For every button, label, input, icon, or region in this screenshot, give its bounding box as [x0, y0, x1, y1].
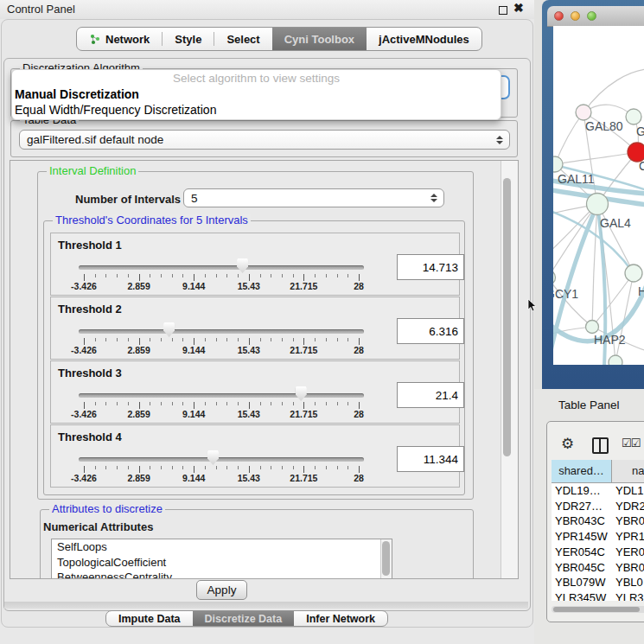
node-label-gal4: GAL4	[600, 216, 631, 230]
threshold-thumb-4[interactable]	[207, 450, 219, 465]
node-partial-top-right	[626, 109, 641, 124]
thresholds-group-title: Threshold's Coordinates for 5 Intervals	[53, 214, 251, 226]
control-panel-titlebar: Control Panel ✖	[0, 0, 534, 19]
threshold-3-panel: Threshold 3 -3.4262.8599.14415.4321.7152…	[50, 360, 460, 424]
tab-impute-data[interactable]: Impute Data	[106, 611, 193, 626]
attributes-group: Attributes to discretize Numerical Attri…	[40, 509, 474, 579]
mouse-cursor	[527, 299, 537, 312]
network-tab-icon	[89, 34, 100, 45]
table-panel-title: Table Panel	[558, 399, 620, 411]
checkbox-filter-icons[interactable]: ☑☑	[622, 437, 640, 450]
threshold-4-label: Threshold 4	[58, 430, 122, 443]
threshold-thumb-3[interactable]	[296, 386, 307, 401]
number-of-intervals-combobox[interactable]: 5	[183, 188, 444, 207]
threshold-3-slider-track[interactable]	[79, 393, 364, 398]
table-panel-section: Table Panel ⚙ ☑☑ shared… na YDL19…YDL1 Y…	[534, 389, 644, 644]
number-of-intervals-label: Number of Intervals	[75, 193, 181, 206]
threshold-1-value-field[interactable]	[397, 254, 464, 280]
thresholds-group: Threshold's Coordinates for 5 Intervals …	[43, 220, 465, 495]
node-label-gcy1: GCY1	[553, 287, 578, 301]
gear-icon[interactable]: ⚙	[561, 435, 574, 452]
node-attribute-table: shared… na YDL19…YDL1 YDR27…YDR2 YBR043C…	[552, 460, 644, 601]
float-panel-icon[interactable]	[499, 6, 507, 15]
node-label-partial: C	[639, 159, 644, 173]
table-row[interactable]: YLR345WYLR3	[552, 590, 644, 601]
threshold-4-value-field[interactable]	[397, 446, 464, 472]
settings-scroll-panel: Interval Definition Number of Intervals …	[10, 160, 519, 579]
tab-discretize-data[interactable]: Discretize Data	[193, 611, 295, 626]
close-panel-icon[interactable]: ✖	[513, 1, 524, 15]
app-root: Control Panel ✖ Network Style Select Cyn…	[0, 0, 644, 644]
table-row[interactable]: YDL19…YDL1	[552, 483, 644, 499]
table-hscrollbar-track[interactable]	[552, 606, 644, 613]
interval-definition-title: Interval Definition	[47, 165, 138, 177]
node-label-partial: H	[638, 284, 644, 298]
bottom-tabbar: Impute Data Discretize Data Infer Networ…	[105, 610, 388, 627]
threshold-2-value-field[interactable]	[397, 318, 464, 344]
list-item[interactable]: TopologicalCoefficient	[52, 555, 392, 571]
list-item[interactable]: BetweennessCentrality	[52, 570, 392, 579]
node-hap2	[586, 321, 599, 334]
table-panel-box: ⚙ ☑☑ shared… na YDL19…YDL1 YDR27…YDR2 YB…	[546, 421, 644, 622]
dropdown-option-equal-width[interactable]: Equal Width/Frequency Discretization	[12, 102, 501, 118]
tab-cyni-toolbox[interactable]: Cyni Toolbox	[272, 28, 367, 50]
column-header-shared[interactable]: shared…	[552, 460, 612, 483]
combo-stepper-icon	[496, 136, 503, 144]
table-data-combobox[interactable]: galFiltered.sif default node	[19, 130, 510, 150]
interval-definition-group: Interval Definition Number of Intervals …	[37, 171, 474, 500]
tab-infer-network[interactable]: Infer Network	[294, 611, 387, 626]
control-panel-tabbar: Network Style Select Cyni Toolbox jActiv…	[76, 27, 482, 51]
tab-jactivemnodules[interactable]: jActiveMNodules	[367, 28, 481, 50]
threshold-4-slider-track[interactable]	[79, 457, 364, 462]
table-hscrollbar-thumb[interactable]	[553, 607, 640, 612]
network-window-titlebar	[547, 6, 644, 27]
table-row[interactable]: YBR043CYBR0	[552, 513, 644, 529]
attributes-group-title: Attributes to discretize	[49, 503, 165, 515]
zoom-traffic-light[interactable]	[587, 11, 596, 21]
tab-network[interactable]: Network	[77, 28, 162, 50]
column-header-name[interactable]: na	[612, 460, 644, 483]
threshold-1-label: Threshold 1	[58, 239, 122, 252]
dropdown-option-manual[interactable]: Manual Discretization	[12, 86, 501, 102]
node-label-gal11: GAL11	[558, 172, 595, 186]
table-row[interactable]: YPR145WYPR1	[552, 529, 644, 545]
apply-button[interactable]: Apply	[196, 580, 247, 600]
network-view[interactable]: GAL80 GA C GAL11 GAL4 GCY1 H HAP2	[553, 26, 644, 365]
table-row[interactable]: YER054CYER0	[552, 545, 644, 560]
threshold-1-panel: Threshold 1 -3.4262.8599.14415.4321.7152…	[50, 233, 460, 296]
network-canvas: GAL80 GA C GAL11 GAL4 GCY1 H HAP2	[553, 26, 644, 365]
threshold-thumb-2[interactable]	[163, 322, 175, 337]
threshold-4-panel: Threshold 4 -3.4262.8599.14415.4321.7152…	[50, 424, 460, 488]
tab-style[interactable]: Style	[163, 28, 214, 50]
node-label-gal80: GAL80	[585, 119, 623, 133]
table-row[interactable]: YBL079WYBL0	[552, 575, 644, 590]
threshold-thumb-1[interactable]	[237, 258, 248, 273]
list-item[interactable]: SelfLoops	[52, 539, 392, 555]
control-panel-title: Control Panel	[7, 0, 75, 19]
threshold-3-value-field[interactable]	[397, 382, 464, 408]
numerical-attributes-label: Numerical Attributes	[43, 520, 153, 533]
table-row[interactable]: YDR27…YDR2	[552, 499, 644, 514]
panel-bottom-band	[4, 602, 528, 609]
node-gcy1	[553, 271, 556, 285]
close-traffic-light[interactable]	[554, 11, 564, 21]
node-partial-right-mid	[625, 265, 642, 282]
node-gal80	[576, 105, 591, 120]
node-label-partial: GA	[636, 124, 644, 138]
dropdown-hint: Select algorithm to view settings	[12, 70, 501, 86]
list-scrollbar-thumb[interactable]	[382, 541, 390, 576]
settings-scrollbar-thumb[interactable]	[503, 178, 511, 456]
node-bottom-partial	[609, 355, 622, 365]
combo-stepper-icon	[430, 194, 437, 202]
table-row[interactable]: YBR045CYBR0	[552, 560, 644, 576]
node-label-hap2: HAP2	[594, 333, 626, 347]
threshold-1-slider-track[interactable]	[79, 265, 364, 270]
algorithm-dropdown-popup: Select algorithm to view settings Manual…	[11, 69, 501, 120]
tab-select[interactable]: Select	[214, 28, 271, 50]
node-gal4	[587, 194, 609, 215]
minimize-traffic-light[interactable]	[571, 11, 580, 21]
threshold-2-slider-track[interactable]	[79, 329, 364, 334]
columns-icon[interactable]	[592, 437, 609, 454]
threshold-3-label: Threshold 3	[58, 367, 122, 379]
numerical-attributes-list[interactable]: SelfLoops TopologicalCoefficient Between…	[51, 539, 392, 579]
